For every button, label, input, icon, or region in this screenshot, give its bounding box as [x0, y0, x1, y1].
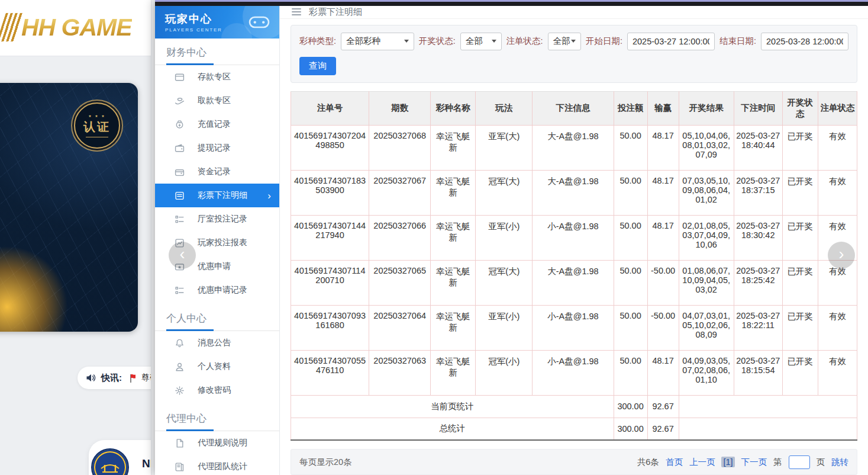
table-cell: 05,10,04,06,08,01,03,02,07,09: [679, 125, 734, 170]
table-cell: 20250327064: [369, 305, 431, 350]
content-area: 彩种类型: 全部彩种 开奖状态: 全部 注单状态: 全部: [280, 19, 868, 475]
table-cell: 已开奖: [782, 305, 818, 350]
chevron-right-icon: ›: [267, 191, 271, 201]
section-underline: [155, 429, 279, 431]
sidebar-item[interactable]: 个人资料: [155, 355, 279, 378]
table-cell: 48.17: [647, 215, 679, 260]
room-record-icon: [175, 214, 185, 224]
sidebar-subtitle: PLAYERS CENTER: [165, 27, 222, 33]
sidebar-item-label: 取款专区: [198, 95, 231, 106]
page-jump-input[interactable]: [789, 455, 810, 469]
draw-status-label: 开奖状态:: [419, 36, 456, 47]
table-cell: 有效: [818, 125, 857, 170]
end-date-input[interactable]: [761, 33, 848, 50]
page-stats-row: 当前页统计300.0092.67: [291, 395, 857, 418]
gamepad-icon: [249, 14, 270, 30]
column-header: 开奖结果: [679, 91, 734, 125]
section-label: 个人中心: [166, 312, 269, 325]
table-cell: 401569174307183503900: [291, 170, 369, 215]
current-page-indicator: [1]: [721, 457, 734, 467]
table-cell: 幸运飞艇新: [431, 350, 476, 395]
order-status-label: 注单状态:: [506, 36, 543, 47]
column-header: 注单号: [291, 91, 369, 125]
table-cell: 20250327068: [369, 125, 431, 170]
table-cell: 幸运飞艇新: [431, 215, 476, 260]
table-row: 40156917430718350390020250327067幸运飞艇新冠军(…: [291, 170, 857, 215]
bet-table: 注单号期数彩种名称玩法下注信息投注额输赢开奖结果下注时间开奖状态注单状态 401…: [291, 91, 857, 441]
table-head: 注单号期数彩种名称玩法下注信息投注额输赢开奖结果下注时间开奖状态注单状态: [291, 91, 857, 125]
bell-icon: [175, 338, 185, 348]
bitcoin-banner: ★ ★ ★ 认证: [0, 83, 138, 332]
page-scrollbar[interactable]: [151, 0, 155, 475]
first-page-link[interactable]: 首页: [666, 457, 683, 468]
column-header: 下注信息: [533, 91, 614, 125]
sidebar-item[interactable]: 取款专区: [155, 89, 279, 113]
table-cell: 2025-03-27 18:40:44: [734, 125, 782, 170]
pagination-bar: 每页显示20条 共6条 首页 上一页 [1] 下一页 第 页 跳转: [291, 449, 857, 475]
table-cell: 小-A盘@1.98: [533, 350, 614, 395]
table-body: 40156917430720449885020250327068幸运飞艇新亚军(…: [291, 125, 857, 440]
sidebar-item[interactable]: 存款专区: [155, 65, 279, 89]
sidebar-item[interactable]: 厅室投注记录: [155, 207, 279, 231]
sidebar-title-group: 玩家中心 PLAYERS CENTER: [165, 12, 222, 33]
lottery-type-select[interactable]: 全部彩种: [341, 33, 414, 50]
menu-icon[interactable]: [292, 8, 301, 15]
speaker-icon: [86, 373, 96, 383]
purse-icon: [175, 167, 185, 177]
start-date-label: 开始日期:: [586, 36, 622, 47]
wallet-icon: [175, 143, 185, 153]
expand-right-button[interactable]: ›: [828, 242, 855, 269]
table-cell: 已开奖: [782, 260, 818, 305]
table-cell: 小-A盘@1.98: [533, 215, 614, 260]
column-header: 开奖状态: [782, 91, 818, 125]
sidebar-item[interactable]: 彩票下注明细›: [155, 184, 279, 207]
next-page-link[interactable]: 下一页: [741, 457, 767, 468]
page-title: 彩票下注明细: [309, 7, 362, 18]
table-cell: 48.17: [647, 125, 679, 170]
prev-page-link[interactable]: 上一页: [689, 457, 715, 468]
table-cell: 04,07,03,01,05,10,02,06,08,09: [679, 305, 734, 350]
sidebar-item-label: 存款专区: [198, 72, 231, 82]
jump-button[interactable]: 跳转: [831, 457, 848, 468]
sidebar-item[interactable]: 消息公告: [155, 331, 279, 355]
table-cell: 02,01,08,05,03,07,04,09,10,06: [679, 215, 734, 260]
draw-status-value: 全部: [466, 36, 483, 47]
flag-icon: [130, 374, 137, 383]
sidebar-item[interactable]: 代理团队统计: [155, 455, 279, 475]
start-date-input[interactable]: [627, 33, 715, 50]
logo-mark: [0, 13, 24, 41]
sidebar-item[interactable]: 充值记录: [155, 113, 279, 136]
table-cell: 2025-03-27 18:22:11: [734, 305, 782, 350]
player-center-panel: 玩家中心 PLAYERS CENTER 财务中心存款专区取款专区充值记录提现记录…: [155, 0, 868, 475]
sidebar-item[interactable]: 资金记录: [155, 160, 279, 184]
sidebar-item[interactable]: 优惠申请记录: [155, 278, 279, 302]
gear-icon: [175, 386, 185, 396]
bet-detail-icon: [175, 191, 185, 201]
table-row: 40156917430714421794020250327066幸运飞艇新亚军(…: [291, 215, 857, 260]
site-logo[interactable]: HH GAME: [1, 13, 132, 41]
section-underline: [155, 329, 279, 331]
sidebar-item[interactable]: 修改密码: [155, 378, 279, 402]
column-header: 期数: [369, 91, 431, 125]
sidebar-item[interactable]: 代理规则说明: [155, 431, 279, 455]
table-cell: 小-A盘@1.98: [533, 305, 614, 350]
sidebar-item-label: 提现记录: [198, 143, 231, 153]
main-content: 彩票下注明细 彩种类型: 全部彩种 开奖状态: 全部: [280, 6, 868, 475]
table-cell: 亚军(大): [476, 125, 533, 170]
sidebar-item-label: 彩票下注明细: [198, 190, 247, 201]
table-header-row: 注单号期数彩种名称玩法下注信息投注额输赢开奖结果下注时间开奖状态注单状态: [291, 91, 857, 125]
sidebar-item-label: 代理规则说明: [198, 438, 247, 448]
section-label: 代理中心: [166, 412, 269, 425]
table-cell: 20250327066: [369, 215, 431, 260]
sidebar-item[interactable]: 提现记录: [155, 136, 279, 160]
pagination-controls: 共6条 首页 上一页 [1] 下一页 第 页 跳转: [637, 455, 848, 469]
draw-status-select[interactable]: 全部: [460, 33, 502, 50]
sidebar-header: 玩家中心 PLAYERS CENTER: [155, 6, 279, 38]
jump-suffix-label: 页: [817, 457, 825, 468]
collapse-left-button[interactable]: ‹: [169, 242, 196, 269]
table-cell: 48.17: [647, 350, 679, 395]
sidebar-item-label: 消息公告: [198, 338, 231, 348]
order-status-select[interactable]: 全部: [548, 33, 581, 50]
search-button[interactable]: 查询: [299, 57, 336, 75]
table-cell: 2025-03-27 18:30:42: [734, 215, 782, 260]
